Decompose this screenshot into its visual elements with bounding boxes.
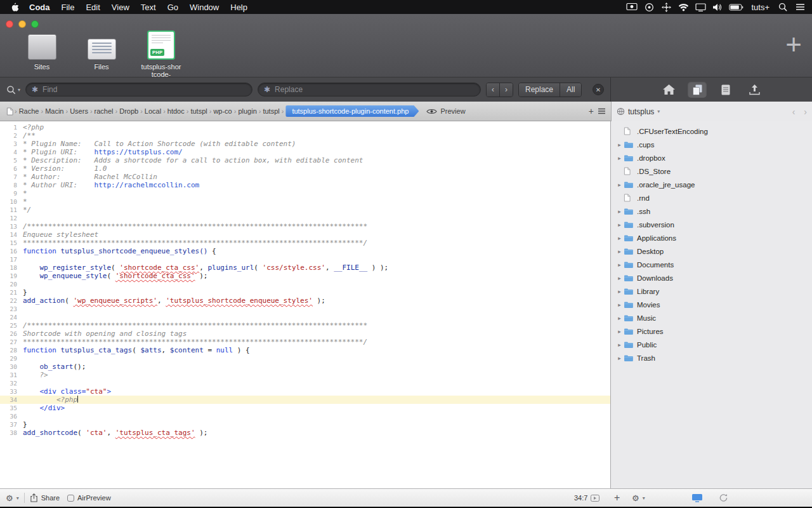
code-line-30[interactable]: 30 ob_start(); xyxy=(0,363,610,371)
code-line-28[interactable]: 28function tutsplus_cta_tags( $atts, $co… xyxy=(0,346,610,354)
disclosure-triangle-icon[interactable]: ▸ xyxy=(615,328,624,335)
sidebar-site-title[interactable]: tutsplus xyxy=(628,107,654,116)
replace-button[interactable]: Replace xyxy=(519,83,560,97)
disclosure-triangle-icon[interactable]: ▸ xyxy=(615,222,624,228)
code-line-9[interactable]: 9* xyxy=(0,189,610,197)
volume-icon[interactable] xyxy=(712,1,723,13)
code-line-25[interactable]: 25/*************************************… xyxy=(0,321,610,330)
wildcard-toggle-icon[interactable]: ✱ xyxy=(32,85,38,94)
file-item-library[interactable]: ▸Library xyxy=(611,284,812,298)
current-file-breadcrumb[interactable]: tutsplus-shortcode-plugin-content.php xyxy=(285,105,419,117)
breadcrumb-segment[interactable]: rachel xyxy=(93,107,115,115)
file-item-dot-ds_store[interactable]: .DS_Store xyxy=(611,164,812,178)
code-line-1[interactable]: 1<?php xyxy=(0,123,610,131)
file-item-dot-cups[interactable]: ▸.cups xyxy=(611,138,812,151)
home-icon[interactable] xyxy=(659,81,678,98)
code-line-5[interactable]: 5* Description: Adds a shortcode for a c… xyxy=(0,156,610,164)
breadcrumb-segment[interactable]: htdoc xyxy=(166,107,186,115)
add-tab-button[interactable]: + xyxy=(785,32,802,57)
code-line-32[interactable]: 32 xyxy=(0,379,610,387)
code-line-2[interactable]: 2/** xyxy=(0,131,610,140)
share-button[interactable]: Share xyxy=(30,493,60,502)
disclosure-triangle-icon[interactable]: ▸ xyxy=(615,208,624,215)
code-line-35[interactable]: 35 </div> xyxy=(0,404,610,412)
cursor-position[interactable]: 34:7 xyxy=(574,494,587,502)
breadcrumb-segment[interactable]: tutspl xyxy=(189,107,208,115)
chevron-down-icon[interactable]: ▾ xyxy=(657,109,660,114)
menu-coda[interactable]: Coda xyxy=(23,3,56,12)
disclosure-triangle-icon[interactable]: ▸ xyxy=(615,182,624,188)
disclosure-triangle-icon[interactable]: ▸ xyxy=(615,288,624,295)
publish-upload-icon[interactable] xyxy=(745,81,764,98)
code-line-4[interactable]: 4* Plugin URI: https://tutsplus.com/ xyxy=(0,148,610,156)
code-line-6[interactable]: 6* Version: 1.0 xyxy=(0,164,610,173)
minimize-button[interactable] xyxy=(18,20,26,28)
code-line-11[interactable]: 11*/ xyxy=(0,206,610,214)
file-item-documents[interactable]: ▸Documents xyxy=(611,258,812,271)
file-item-dot-dropbox[interactable]: ▸.dropbox xyxy=(611,151,812,164)
find-input[interactable] xyxy=(43,85,246,94)
code-line-15[interactable]: 15**************************************… xyxy=(0,239,610,247)
code-line-18[interactable]: 18 wp_register_style( 'shortcode_cta_css… xyxy=(0,264,610,272)
code-line-37[interactable]: 37} xyxy=(0,420,610,429)
breadcrumb-segment[interactable]: Dropb xyxy=(118,107,140,115)
menu-help[interactable]: Help xyxy=(225,3,253,12)
disclosure-triangle-icon[interactable]: ▸ xyxy=(615,315,624,321)
replace-all-button[interactable]: All xyxy=(560,83,581,97)
file-item-music[interactable]: ▸Music xyxy=(611,311,812,324)
back-button[interactable]: ‹ xyxy=(792,107,796,117)
code-line-3[interactable]: 3* Plugin Name: Call to Action Shortcode… xyxy=(0,140,610,148)
search-options-button[interactable]: ▾ xyxy=(6,85,20,95)
code-line-22[interactable]: 22add_action( 'wp_enqueue_scripts', 'tut… xyxy=(0,297,610,305)
find-previous-button[interactable]: ‹ xyxy=(487,83,500,97)
breadcrumb-segment[interactable]: plugin xyxy=(237,107,258,115)
code-line-20[interactable]: 20 xyxy=(0,280,610,288)
file-item-dot-cfusertextencoding[interactable]: .CFUserTextEncoding xyxy=(611,124,812,138)
files-pages-icon[interactable] xyxy=(688,81,707,98)
code-line-34[interactable]: 34 <?php xyxy=(0,396,610,404)
code-line-38[interactable]: 38add_shortcode( 'cta', 'tutsplus_cta_ta… xyxy=(0,429,610,437)
disclosure-triangle-icon[interactable]: ▸ xyxy=(615,355,624,361)
record-circle-icon[interactable] xyxy=(643,1,655,13)
menu-window[interactable]: Window xyxy=(184,3,225,12)
breadcrumb-segment[interactable]: Rache xyxy=(18,107,41,115)
code-line-13[interactable]: 13/*************************************… xyxy=(0,222,610,231)
menu-file[interactable]: File xyxy=(56,3,81,12)
code-line-33[interactable]: 33 <div class="cta"> xyxy=(0,387,610,396)
code-line-21[interactable]: 21} xyxy=(0,288,610,297)
code-line-8[interactable]: 8* Author URI: http://rachelmccollin.com xyxy=(0,181,610,189)
menu-edit[interactable]: Edit xyxy=(80,3,105,12)
goto-line-icon[interactable] xyxy=(591,495,599,502)
code-line-19[interactable]: 19 wp_enqueue_style( 'shortcode_cta_css'… xyxy=(0,272,610,280)
notification-list-icon[interactable] xyxy=(794,1,806,13)
breadcrumb-segment[interactable]: tutspl xyxy=(261,107,280,115)
find-next-button[interactable]: › xyxy=(500,83,513,97)
zoom-button[interactable] xyxy=(31,20,39,28)
menu-view[interactable]: View xyxy=(106,3,135,12)
move-arrows-icon[interactable] xyxy=(660,1,672,13)
clips-document-icon[interactable] xyxy=(716,81,735,98)
add-file-button[interactable]: + xyxy=(614,492,620,504)
code-line-7[interactable]: 7* Author: Rachel McCollin xyxy=(0,173,610,181)
file-item-applications[interactable]: ▸Applications xyxy=(611,231,812,244)
file-item-movies[interactable]: ▸Movies xyxy=(611,298,812,311)
sidebar-settings-button[interactable]: ⚙ ▾ xyxy=(632,493,645,503)
disclosure-triangle-icon[interactable]: ▸ xyxy=(615,235,624,241)
file-item-public[interactable]: ▸Public xyxy=(611,338,812,351)
menu-text[interactable]: Text xyxy=(135,3,162,12)
refresh-button[interactable] xyxy=(719,493,728,502)
preview-button[interactable]: Preview xyxy=(426,107,465,115)
tab-files[interactable]: Files xyxy=(79,29,124,78)
airpreview-toggle[interactable]: AirPreview xyxy=(67,494,111,502)
replace-input[interactable] xyxy=(275,85,475,94)
close-find-bar-button[interactable]: ✕ xyxy=(593,84,604,95)
file-item-desktop[interactable]: ▸Desktop xyxy=(611,244,812,258)
code-line-31[interactable]: 31 ?> xyxy=(0,371,610,379)
file-item-pictures[interactable]: ▸Pictures xyxy=(611,324,812,338)
code-line-27[interactable]: 27**************************************… xyxy=(0,338,610,346)
code-line-10[interactable]: 10* xyxy=(0,197,610,206)
code-line-23[interactable]: 23 xyxy=(0,305,610,313)
disclosure-triangle-icon[interactable]: ▸ xyxy=(615,302,624,308)
wildcard-toggle-icon[interactable]: ✱ xyxy=(264,85,270,94)
disclosure-triangle-icon[interactable]: ▸ xyxy=(615,275,624,281)
